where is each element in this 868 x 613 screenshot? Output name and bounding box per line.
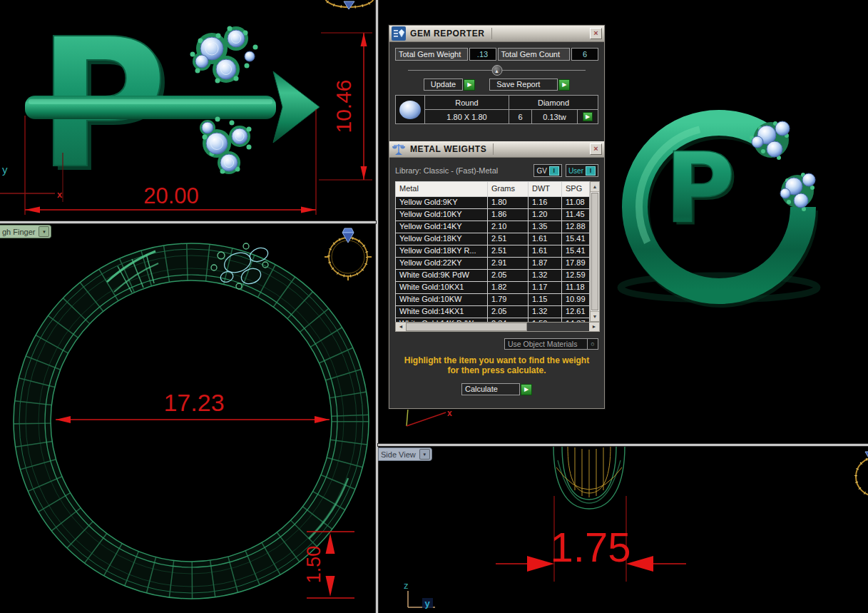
library-label: Library: Classic - (Fast)-Metal bbox=[395, 166, 530, 175]
instruction-line-2: for then press calculate. bbox=[395, 365, 598, 375]
header-grams: Grams bbox=[488, 182, 529, 196]
gem-weight-cell: 0.13tw bbox=[532, 110, 578, 123]
horizontal-scroll-track[interactable] bbox=[527, 323, 589, 331]
table-row[interactable]: White Gold:10KX11.821.1711.18 bbox=[396, 281, 589, 293]
gv-label: GV bbox=[536, 167, 546, 175]
total-gem-count-label: Total Gem Count bbox=[498, 48, 571, 61]
horizontal-scroll-thumb[interactable] bbox=[406, 323, 527, 331]
use-object-materials-row: Use Object Materials ○ bbox=[395, 338, 598, 350]
calculate-button[interactable]: Calculate bbox=[461, 383, 520, 395]
view-selector-through-finger[interactable]: gh Finger ▼ bbox=[0, 225, 51, 238]
gem-summary-table: Round Diamond 1.80 X 1.80 6 0.13tw ▶ bbox=[395, 95, 598, 124]
ring-size-icon-partial bbox=[856, 452, 868, 496]
ring-render: P P bbox=[621, 123, 817, 300]
total-gem-count-value: 6 bbox=[571, 48, 598, 61]
user-indicator: I bbox=[586, 166, 596, 176]
use-object-materials-label: Use Object Materials bbox=[505, 340, 587, 348]
instruction-line-1: Highlight the item you want to find the … bbox=[395, 355, 598, 365]
dim-band-value: 1.50 bbox=[303, 546, 325, 584]
metal-weights-title: METAL WEIGHTS bbox=[410, 144, 486, 154]
svg-text:x: x bbox=[447, 408, 452, 418]
gem-reporter-body: Total Gem Weight .13 Total Gem Count 6 ▲… bbox=[389, 42, 604, 141]
close-icon[interactable]: × bbox=[590, 28, 602, 39]
svg-text:x: x bbox=[57, 189, 63, 200]
table-row[interactable]: White Gold:10KW1.791.1510.99 bbox=[396, 293, 589, 305]
chevron-down-icon[interactable]: ▼ bbox=[39, 226, 49, 237]
gv-toggle-button[interactable]: GV I bbox=[533, 164, 561, 177]
vertical-scroll-thumb[interactable] bbox=[591, 193, 598, 310]
instruction-text: Highlight the item you want to find the … bbox=[395, 355, 598, 375]
gem-shape-header: Round bbox=[425, 96, 509, 109]
table-row[interactable]: Yellow Gold:10KY1.861.2011.45 bbox=[396, 208, 589, 221]
calculate-run-icon[interactable]: ▶ bbox=[521, 384, 532, 395]
metal-weights-titlebar[interactable]: METAL WEIGHTS × bbox=[389, 141, 604, 158]
calculate-row: Calculate ▶ bbox=[395, 383, 598, 395]
metal-weights-icon bbox=[392, 142, 406, 156]
save-report-button[interactable]: Save Report bbox=[489, 78, 558, 91]
viewport-top-down[interactable]: P P bbox=[0, 0, 376, 221]
scroll-up-icon[interactable]: ▲ bbox=[591, 182, 599, 192]
viewport-divider-left[interactable] bbox=[0, 221, 376, 223]
ring-size-icon bbox=[325, 228, 372, 280]
header-metal: Metal bbox=[396, 182, 488, 196]
scroll-down-icon[interactable]: ▼ bbox=[591, 311, 599, 321]
update-run-icon[interactable]: ▶ bbox=[464, 79, 475, 91]
table-row[interactable]: White Gold:9K PdW2.051.3212.59 bbox=[396, 269, 589, 281]
collapse-panel-button[interactable]: ▲ bbox=[491, 65, 502, 76]
update-button[interactable]: Update bbox=[424, 78, 463, 91]
table-row[interactable]: Yellow Gold:14KY2.101.3512.88 bbox=[396, 221, 589, 233]
table-row[interactable]: Yellow Gold:18KY R...2.511.6115.41 bbox=[396, 245, 589, 257]
side-ring-wireframe bbox=[553, 446, 625, 509]
dim-side-width-value: 1.75 bbox=[551, 524, 631, 570]
viewport-side[interactable]: 1.75 z y bbox=[378, 446, 868, 613]
viewport-through-finger[interactable]: 17.23 1.50 bbox=[0, 223, 376, 613]
gem-cluster-render-lower bbox=[780, 173, 815, 211]
header-spg: SPG bbox=[562, 182, 589, 196]
metal-table: Metal Grams DWT SPG Yellow Gold:9KY1.801… bbox=[395, 181, 590, 330]
user-toggle-button[interactable]: User I bbox=[566, 164, 598, 177]
chevron-down-icon[interactable]: ▼ bbox=[419, 449, 430, 460]
application-window: P P bbox=[0, 0, 868, 613]
close-icon[interactable]: × bbox=[590, 143, 602, 155]
gem-cluster-upper bbox=[190, 26, 258, 83]
dimension-diameter: 17.23 bbox=[56, 389, 330, 423]
view-selector-label: Side View bbox=[379, 450, 419, 459]
metal-table-header: Metal Grams DWT SPG bbox=[396, 182, 589, 196]
table-row[interactable]: White Gold:14KX12.051.3212.61 bbox=[396, 305, 589, 318]
table-row[interactable]: Yellow Gold:22KY2.911.8717.89 bbox=[396, 257, 589, 269]
use-object-materials-button[interactable]: Use Object Materials ○ bbox=[504, 338, 598, 350]
gem-reporter-titlebar[interactable]: GEM REPORTER × bbox=[389, 26, 604, 42]
gem-thumbnail[interactable] bbox=[396, 96, 425, 123]
gem-reporter-title: GEM REPORTER bbox=[410, 29, 485, 39]
scroll-right-icon[interactable]: ► bbox=[589, 323, 599, 331]
gem-row-action: ▶ bbox=[578, 110, 598, 123]
header-dwt: DWT bbox=[529, 182, 562, 196]
gem-summary-header: Round Diamond bbox=[425, 96, 598, 110]
total-gem-weight-label: Total Gem Weight bbox=[395, 48, 468, 61]
save-report-run-icon[interactable]: ▶ bbox=[558, 79, 570, 91]
gem-summary-row[interactable]: 1.80 X 1.80 6 0.13tw ▶ bbox=[425, 110, 598, 123]
scroll-left-icon[interactable]: ◄ bbox=[396, 323, 406, 331]
gem-reporter-buttons: Update ▶ Save Report ▶ bbox=[395, 78, 598, 91]
table-row[interactable]: Yellow Gold:9KY1.801.1611.08 bbox=[396, 196, 589, 208]
table-row[interactable]: Yellow Gold:18KY2.511.6115.41 bbox=[396, 233, 589, 245]
view-selector-side-view[interactable]: Side View ▼ bbox=[378, 447, 432, 461]
viewport-divider-vertical[interactable] bbox=[376, 0, 378, 613]
gem-row-run-icon[interactable]: ▶ bbox=[583, 112, 593, 121]
radio-toggle-icon[interactable]: ○ bbox=[587, 339, 598, 349]
gv-indicator: I bbox=[549, 166, 559, 176]
collapse-row: ▲ bbox=[395, 65, 598, 76]
metal-weights-body: Library: Classic - (Fast)-Metal GV I Use… bbox=[389, 158, 604, 398]
horizontal-scrollbar[interactable]: ◄ ► bbox=[395, 322, 600, 332]
viewport-divider-right[interactable] bbox=[378, 444, 868, 446]
gem-summary-grid: Round Diamond 1.80 X 1.80 6 0.13tw ▶ bbox=[425, 96, 598, 123]
svg-text:y: y bbox=[424, 598, 430, 609]
total-gem-weight-value: .13 bbox=[469, 48, 496, 61]
gem-cluster-lower bbox=[200, 117, 252, 175]
vertical-scrollbar[interactable]: ▲ ▼ bbox=[590, 181, 600, 322]
gem-count-cell: 6 bbox=[509, 110, 532, 123]
titlebar-spacer bbox=[493, 143, 590, 155]
gem-totals-row: Total Gem Weight .13 Total Gem Count 6 bbox=[395, 48, 598, 61]
metal-table-wrap: Metal Grams DWT SPG Yellow Gold:9KY1.801… bbox=[395, 181, 600, 332]
round-gem-icon bbox=[399, 101, 421, 119]
